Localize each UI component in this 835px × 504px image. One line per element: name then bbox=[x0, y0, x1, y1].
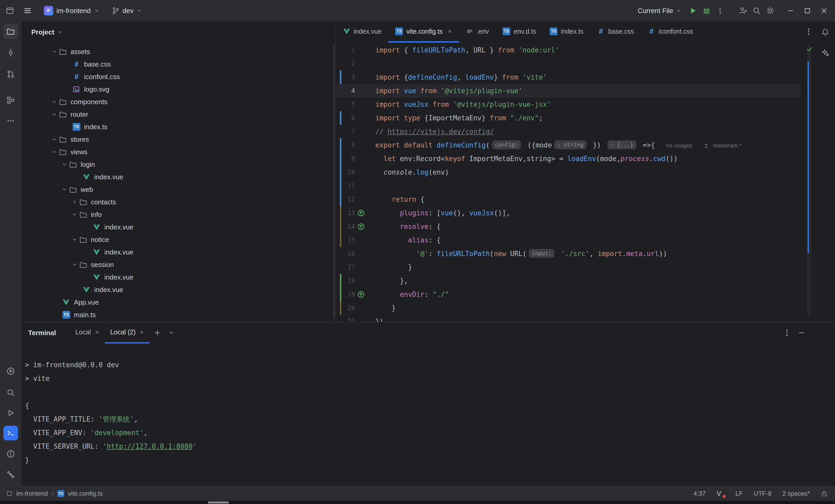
code-line-10[interactable]: 10 console.log(env) bbox=[336, 165, 801, 179]
tool-commit-button[interactable] bbox=[3, 45, 18, 60]
code-line-5[interactable]: 5import vueJsx from '@vitejs/plugin-vue-… bbox=[336, 98, 801, 111]
line-number[interactable]: 5 bbox=[341, 98, 355, 111]
breadcrumb-project[interactable]: im-frontend bbox=[16, 490, 48, 497]
code-vision-author[interactable]: meowrain * bbox=[704, 142, 741, 149]
code-line-14[interactable]: 14 resolve: { bbox=[336, 220, 801, 233]
tab-iconfont-css[interactable]: #iconfont.css bbox=[641, 21, 700, 43]
line-number[interactable]: 21 bbox=[341, 315, 355, 322]
ai-assistant-button[interactable] bbox=[821, 48, 829, 56]
breadcrumb-file[interactable]: vite.config.ts bbox=[68, 490, 103, 497]
maximize-button[interactable] bbox=[799, 3, 816, 18]
tool-project-button[interactable] bbox=[3, 24, 18, 39]
line-number[interactable]: 17 bbox=[341, 261, 355, 274]
caret-position[interactable]: 4:37 bbox=[694, 490, 706, 497]
run-button[interactable] bbox=[686, 4, 700, 18]
chevron-down-icon[interactable] bbox=[60, 183, 69, 196]
run-configuration-selector[interactable]: Current File bbox=[638, 7, 681, 15]
tool-terminal-button[interactable] bbox=[3, 426, 18, 440]
terminal-link[interactable]: http://127.0.0.1:8080 bbox=[107, 442, 192, 450]
tree-item-index-vue[interactable]: index.vue bbox=[21, 271, 333, 283]
tab-close-button[interactable] bbox=[447, 29, 452, 34]
tree-item-views[interactable]: views bbox=[21, 146, 333, 158]
code-line-3[interactable]: 3import {defineConfig, loadEnv} from 'vi… bbox=[336, 70, 801, 84]
code-with-me-button[interactable] bbox=[736, 4, 750, 18]
line-separator-widget[interactable]: LF bbox=[736, 490, 743, 497]
project-tree-scrollbar[interactable] bbox=[333, 45, 334, 319]
code-line-16[interactable]: 16 '@': fileURLToPath(new URL(input: './… bbox=[336, 247, 801, 261]
code-line-19[interactable]: 19 envDir: "./" bbox=[336, 288, 801, 301]
line-number[interactable]: 4 bbox=[341, 84, 355, 98]
tab-list-more-button[interactable] bbox=[805, 28, 813, 36]
tab--env[interactable]: .env bbox=[459, 21, 496, 43]
tree-item-index-ts[interactable]: TSindex.ts bbox=[21, 121, 333, 133]
terminal-title[interactable]: Terminal bbox=[28, 329, 56, 337]
chevron-down-icon[interactable] bbox=[49, 108, 59, 121]
close-button[interactable] bbox=[816, 3, 832, 18]
line-number[interactable]: 11 bbox=[341, 179, 355, 193]
chevron-down-icon[interactable] bbox=[70, 233, 79, 246]
terminal-tab-close-button[interactable] bbox=[95, 330, 100, 335]
line-number[interactable]: 16 bbox=[341, 247, 355, 261]
file-encoding-widget[interactable]: UTF-8 bbox=[754, 490, 772, 497]
chevron-down-icon[interactable] bbox=[49, 133, 59, 146]
code-line-6[interactable]: 6import type {ImportMetaEnv} from "./env… bbox=[336, 111, 801, 125]
code-area[interactable]: 1import { fileURLToPath, URL } from 'nod… bbox=[336, 43, 801, 322]
tree-item-components[interactable]: components bbox=[21, 96, 333, 108]
terminal-tab-close-button[interactable] bbox=[139, 330, 144, 335]
gutter-icon-slot[interactable] bbox=[355, 288, 367, 301]
code-line-1[interactable]: 1import { fileURLToPath, URL } from 'nod… bbox=[336, 43, 801, 57]
indent-widget[interactable]: 2 spaces* bbox=[782, 490, 810, 497]
tree-item-base-css[interactable]: #base.css bbox=[21, 58, 333, 70]
tree-item-index-vue[interactable]: index.vue bbox=[21, 283, 333, 296]
hide-terminal-button[interactable] bbox=[795, 326, 808, 339]
code-line-17[interactable]: 17 } bbox=[336, 261, 801, 274]
gutter-icon-slot[interactable] bbox=[355, 220, 367, 233]
terminal-tab-local-2-[interactable]: Local (2) bbox=[105, 322, 149, 343]
tree-item-web[interactable]: web bbox=[21, 183, 333, 196]
code-line-8[interactable]: 8export default defineConfig(config: ({m… bbox=[336, 138, 801, 152]
chevron-down-icon[interactable] bbox=[49, 45, 59, 58]
tree-item-iconfont-css[interactable]: #iconfont.css bbox=[21, 70, 333, 83]
tree-item-index-vue[interactable]: index.vue bbox=[21, 246, 333, 258]
tool-version-control-button[interactable] bbox=[3, 467, 18, 482]
terminal-tab-local[interactable]: Local bbox=[70, 322, 105, 343]
tree-item-stores[interactable]: stores bbox=[21, 133, 333, 146]
tool-find-button[interactable] bbox=[3, 385, 18, 400]
tree-item-logo-svg[interactable]: logo.svg bbox=[21, 83, 333, 96]
chevron-down-icon[interactable] bbox=[49, 146, 59, 158]
code-line-11[interactable]: 11 bbox=[336, 179, 801, 193]
tree-item-index-vue[interactable]: index.vue bbox=[21, 171, 333, 183]
line-number[interactable]: 8 bbox=[341, 138, 355, 152]
line-number[interactable]: 19 bbox=[341, 288, 355, 301]
editor-scrollbar-changes[interactable] bbox=[808, 61, 809, 253]
line-number[interactable]: 13 bbox=[341, 206, 355, 220]
main-menu-button[interactable] bbox=[21, 4, 35, 18]
code-line-4[interactable]: 4import vue from '@vitejs/plugin-vue' bbox=[336, 84, 801, 98]
tool-structure-button[interactable] bbox=[3, 93, 18, 107]
code-line-21[interactable]: 21}) bbox=[336, 315, 801, 322]
gutter-icon-slot[interactable] bbox=[355, 206, 367, 220]
code-line-15[interactable]: 15 alias: { bbox=[336, 233, 801, 247]
terminal-output[interactable]: > im-frontend@0.0.0 dev> vite { VITE_APP… bbox=[21, 343, 835, 467]
debug-button[interactable] bbox=[700, 4, 713, 18]
line-number[interactable]: 6 bbox=[341, 111, 355, 125]
line-number[interactable]: 14 bbox=[341, 220, 355, 233]
code-vision-usages[interactable]: no usages bbox=[666, 142, 692, 149]
session-dropdown-button[interactable] bbox=[165, 326, 178, 339]
tree-item-info[interactable]: info bbox=[21, 208, 333, 221]
tool-pull-requests-button[interactable] bbox=[3, 67, 18, 81]
tool-more-button[interactable] bbox=[3, 114, 18, 128]
code-line-9[interactable]: 9 let env:Record<keyof ImportMetaEnv,str… bbox=[336, 152, 801, 165]
line-number[interactable]: 9 bbox=[341, 152, 355, 165]
new-session-button[interactable] bbox=[151, 326, 164, 339]
settings-button[interactable] bbox=[763, 4, 777, 18]
chevron-down-icon[interactable] bbox=[70, 258, 79, 271]
notifications-button[interactable] bbox=[821, 28, 829, 36]
project-panel-header[interactable]: Project bbox=[21, 21, 335, 43]
tool-problems-button[interactable] bbox=[3, 447, 18, 461]
project-widget[interactable]: IF im-frontend bbox=[41, 4, 102, 17]
code-line-7[interactable]: 7// https://vitejs.dev/config/ bbox=[336, 125, 801, 138]
vue-service-status-icon[interactable]: V bbox=[717, 489, 725, 498]
chevron-down-icon[interactable] bbox=[70, 208, 79, 221]
terminal-options-button[interactable] bbox=[781, 326, 793, 339]
